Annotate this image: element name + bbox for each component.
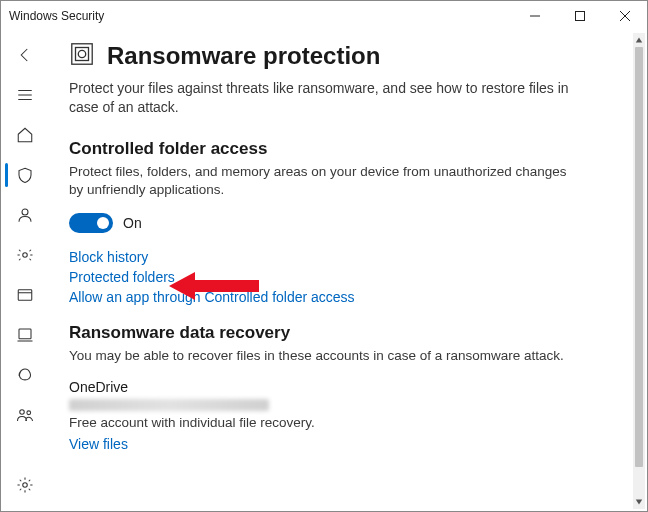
cfa-description: Protect files, folders, and memory areas… <box>69 163 569 199</box>
page-description: Protect your files against threats like … <box>69 79 569 117</box>
toggle-knob <box>97 217 109 229</box>
nav-family-options[interactable] <box>5 395 45 435</box>
nav-device-security[interactable] <box>5 315 45 355</box>
scroll-up-icon[interactable] <box>633 33 645 47</box>
windows-security-window: Windows Security <box>0 0 648 512</box>
svg-point-15 <box>23 483 28 488</box>
scrollbar-thumb[interactable] <box>635 47 643 467</box>
svg-rect-1 <box>575 12 584 21</box>
back-button[interactable] <box>5 35 45 75</box>
svg-point-14 <box>27 411 31 415</box>
svg-point-13 <box>20 410 25 415</box>
nav-firewall[interactable] <box>5 235 45 275</box>
close-button[interactable] <box>602 1 647 31</box>
link-allow-app[interactable]: Allow an app through Controlled folder a… <box>69 289 607 305</box>
svg-rect-11 <box>19 329 31 339</box>
svg-point-18 <box>78 50 85 57</box>
active-indicator <box>5 163 8 187</box>
onedrive-account-redacted <box>69 399 269 411</box>
onedrive-note: Free account with individual file recove… <box>69 415 607 430</box>
nav-home[interactable] <box>5 115 45 155</box>
recovery-heading: Ransomware data recovery <box>69 323 607 343</box>
link-block-history[interactable]: Block history <box>69 249 607 265</box>
titlebar: Windows Security <box>1 1 647 31</box>
sidebar <box>1 31 49 511</box>
scrollbar[interactable] <box>633 33 645 509</box>
content-area: Ransomware protection Protect your files… <box>49 31 647 511</box>
link-protected-folders[interactable]: Protected folders <box>69 269 607 285</box>
svg-point-7 <box>22 209 28 215</box>
scroll-down-icon[interactable] <box>633 495 645 509</box>
menu-button[interactable] <box>5 75 45 115</box>
maximize-button[interactable] <box>557 1 602 31</box>
recovery-description: You may be able to recover files in thes… <box>69 347 569 365</box>
cfa-toggle[interactable] <box>69 213 113 233</box>
nav-virus-protection[interactable] <box>5 155 45 195</box>
nav-account-protection[interactable] <box>5 195 45 235</box>
page-title: Ransomware protection <box>107 42 380 70</box>
svg-rect-9 <box>18 290 32 301</box>
svg-rect-17 <box>76 48 89 61</box>
cfa-toggle-label: On <box>123 215 142 231</box>
cfa-heading: Controlled folder access <box>69 139 607 159</box>
svg-marker-20 <box>636 500 642 505</box>
nav-device-performance[interactable] <box>5 355 45 395</box>
onedrive-label: OneDrive <box>69 379 607 395</box>
minimize-button[interactable] <box>512 1 557 31</box>
svg-rect-16 <box>72 44 92 64</box>
window-controls <box>512 1 647 31</box>
ransomware-icon <box>69 41 95 71</box>
nav-app-browser[interactable] <box>5 275 45 315</box>
link-view-files[interactable]: View files <box>69 436 607 452</box>
window-title: Windows Security <box>9 9 104 23</box>
svg-point-8 <box>23 253 28 258</box>
nav-settings[interactable] <box>5 465 45 505</box>
svg-marker-19 <box>636 38 642 43</box>
